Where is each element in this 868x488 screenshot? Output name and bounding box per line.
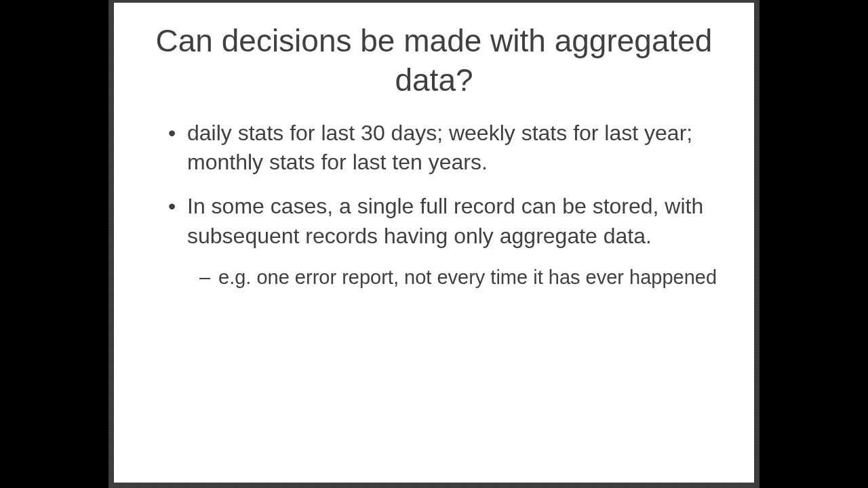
bullet-item: daily stats for last 30 days; weekly sta…	[168, 119, 720, 177]
slide: Can decisions be made with aggregated da…	[114, 3, 754, 483]
slide-title: Can decisions be made with aggregated da…	[148, 22, 720, 100]
sub-bullet-item: e.g. one error report, not every time it…	[199, 264, 720, 291]
sub-bullet-list: e.g. one error report, not every time it…	[187, 264, 720, 291]
bullet-text: In some cases, a single full record can …	[187, 194, 703, 247]
sub-bullet-text: e.g. one error report, not every time it…	[218, 266, 717, 288]
bullet-item: In some cases, a single full record can …	[168, 192, 720, 291]
slide-frame: Can decisions be made with aggregated da…	[108, 0, 760, 488]
bullet-text: daily stats for last 30 days; weekly sta…	[187, 121, 692, 174]
bullet-list: daily stats for last 30 days; weekly sta…	[148, 119, 720, 291]
